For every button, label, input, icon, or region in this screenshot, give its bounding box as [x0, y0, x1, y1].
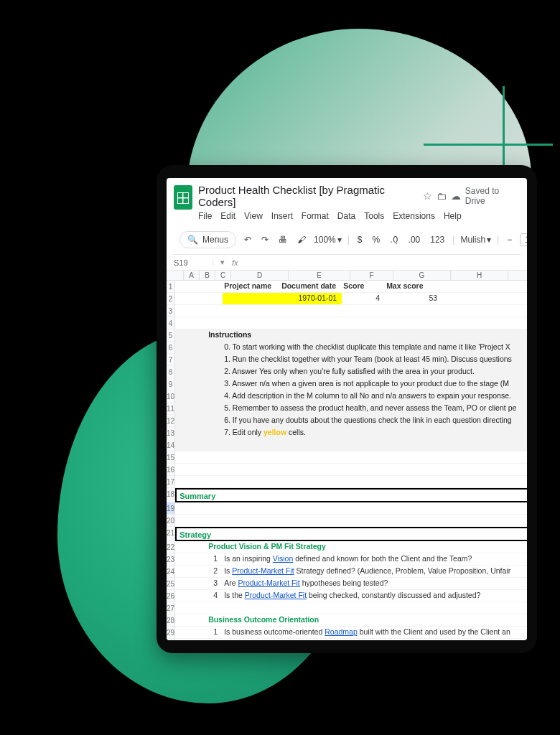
- row-number[interactable]: 16: [167, 464, 174, 476]
- table-row[interactable]: [175, 602, 527, 614]
- menu-tools[interactable]: Tools: [364, 211, 384, 221]
- row-number[interactable]: 22: [167, 541, 174, 553]
- col-d[interactable]: D: [231, 271, 289, 280]
- table-row[interactable]: [175, 502, 527, 515]
- row-number[interactable]: 10: [167, 390, 174, 403]
- cells-area[interactable]: Project name Document date Score Max sco…: [175, 281, 527, 640]
- table-row[interactable]: 1 Is an inspiring Vision defined and kno…: [175, 553, 527, 566]
- font-select[interactable]: Mulish ▾: [460, 235, 491, 245]
- row-number[interactable]: 19: [167, 502, 174, 515]
- row-number[interactable]: 26: [167, 590, 174, 602]
- link-vision[interactable]: Vision: [273, 554, 293, 563]
- link-roadmap[interactable]: Roadmap: [325, 627, 358, 636]
- row-number[interactable]: 20: [167, 515, 174, 527]
- link-strategy[interactable]: product strategy: [245, 640, 299, 640]
- link-pmf[interactable]: Product-Market Fit: [238, 579, 299, 587]
- row-number[interactable]: 29: [167, 627, 174, 639]
- row-number[interactable]: 12: [167, 415, 174, 427]
- row-number[interactable]: 14: [167, 439, 174, 451]
- menu-data[interactable]: Data: [337, 211, 355, 221]
- menu-file[interactable]: File: [198, 211, 212, 221]
- link-pmf[interactable]: Product-Market Fit: [245, 591, 307, 599]
- menu-help[interactable]: Help: [444, 211, 462, 221]
- table-row[interactable]: 7. Edit only yellow cells.: [175, 427, 527, 439]
- row-number[interactable]: 24: [167, 566, 174, 578]
- row-number[interactable]: 9: [167, 378, 174, 390]
- table-row[interactable]: Product Vision & PM Fit Strategy: [175, 541, 527, 553]
- col-c[interactable]: C: [215, 271, 231, 280]
- row-number[interactable]: 7: [167, 354, 174, 366]
- col-g[interactable]: G: [393, 271, 451, 280]
- strategy-section[interactable]: Strategy: [175, 527, 527, 541]
- col-b[interactable]: B: [200, 271, 215, 280]
- row-number[interactable]: 3: [167, 305, 174, 317]
- row-numbers[interactable]: 1234567891011121314151617181920212223242…: [167, 281, 175, 640]
- table-row[interactable]: 2. Answer Yes only when you're fully sat…: [175, 366, 527, 378]
- move-icon[interactable]: 🗀: [437, 190, 447, 202]
- table-row[interactable]: 4 Is the Product-Market Fit being checke…: [175, 590, 527, 602]
- print-icon[interactable]: 🖶: [276, 233, 289, 246]
- table-row[interactable]: [175, 464, 527, 476]
- paint-format-icon[interactable]: 🖌: [295, 233, 308, 246]
- col-e[interactable]: E: [289, 271, 350, 280]
- table-row[interactable]: 5. Remember to assess the product health…: [175, 403, 527, 415]
- row-number[interactable]: 11: [167, 403, 174, 415]
- row-number[interactable]: 15: [167, 451, 174, 464]
- table-row[interactable]: 0. To start working with the checklist d…: [175, 342, 527, 354]
- row-number[interactable]: 1: [167, 281, 174, 293]
- table-row[interactable]: [175, 515, 527, 527]
- col-h[interactable]: H: [451, 271, 508, 280]
- row-number[interactable]: 6: [167, 342, 174, 354]
- col-f[interactable]: F: [350, 271, 393, 280]
- percent-icon[interactable]: %: [370, 233, 383, 246]
- menu-insert[interactable]: Insert: [271, 211, 293, 221]
- dec-increase-icon[interactable]: .00: [406, 233, 423, 246]
- row-number[interactable]: 30: [167, 639, 174, 640]
- column-headers[interactable]: A B C D E F G H: [167, 271, 527, 281]
- table-row[interactable]: 1970-01-01 4 53: [175, 293, 527, 305]
- hdr-maxscore[interactable]: Max score: [385, 281, 442, 292]
- fontsize-value[interactable]: 10: [520, 233, 527, 246]
- row-number[interactable]: 23: [167, 553, 174, 566]
- menus-chip[interactable]: 🔍 Menus: [179, 231, 236, 248]
- row-number[interactable]: 13: [167, 427, 174, 439]
- row-number[interactable]: 21: [167, 527, 174, 541]
- row-number[interactable]: 27: [167, 602, 174, 614]
- table-row[interactable]: [175, 317, 527, 329]
- hdr-project[interactable]: Project name: [223, 281, 280, 292]
- undo-icon[interactable]: ↶: [242, 233, 253, 246]
- table-row[interactable]: 3 Are Product-Market Fit hypotheses bein…: [175, 578, 527, 590]
- dec-decrease-icon[interactable]: .0̣: [388, 233, 400, 246]
- menu-edit[interactable]: Edit: [220, 211, 235, 221]
- table-row[interactable]: 2 Is Product-Market Fit Strategy defined…: [175, 566, 527, 578]
- table-row[interactable]: [175, 451, 527, 464]
- table-row[interactable]: Strategy: [175, 527, 527, 541]
- col-a[interactable]: A: [184, 271, 200, 280]
- star-icon[interactable]: ☆: [423, 190, 432, 202]
- table-row[interactable]: 3. Answer n/a when a given area is not a…: [175, 378, 527, 390]
- row-number[interactable]: 8: [167, 366, 174, 378]
- hdr-date[interactable]: Document date: [280, 281, 342, 292]
- row-number[interactable]: 2: [167, 293, 174, 305]
- table-row[interactable]: Project name Document date Score Max sco…: [175, 281, 527, 293]
- row-number[interactable]: 28: [167, 614, 174, 627]
- row-number[interactable]: 17: [167, 476, 174, 488]
- table-row[interactable]: 6. If you have any doubts about the ques…: [175, 415, 527, 427]
- currency-icon[interactable]: $: [355, 233, 365, 246]
- row-number[interactable]: 5: [167, 329, 174, 342]
- format-123-icon[interactable]: 123: [428, 233, 447, 246]
- spreadsheet-grid[interactable]: A B C D E F G H 123456789101112131415161…: [167, 271, 527, 640]
- document-title[interactable]: Product Health Checklist [by Pragmatic C…: [198, 184, 419, 208]
- table-row[interactable]: Instructions: [175, 329, 527, 342]
- table-row[interactable]: Business Outcome Orientation: [175, 614, 527, 627]
- link-pmf[interactable]: Product-Market Fit: [232, 566, 294, 575]
- row-number[interactable]: 18: [167, 488, 174, 502]
- menu-view[interactable]: View: [244, 211, 263, 221]
- table-row[interactable]: 1 Is business outcome-oriented Roadmap b…: [175, 627, 527, 639]
- table-row[interactable]: 4. Add description in the M column to al…: [175, 390, 527, 403]
- cloud-icon[interactable]: ☁: [451, 190, 461, 202]
- redo-icon[interactable]: ↷: [259, 233, 271, 246]
- table-row[interactable]: [175, 439, 527, 451]
- chevron-down-icon[interactable]: ▾: [220, 258, 225, 267]
- table-row[interactable]: [175, 305, 527, 317]
